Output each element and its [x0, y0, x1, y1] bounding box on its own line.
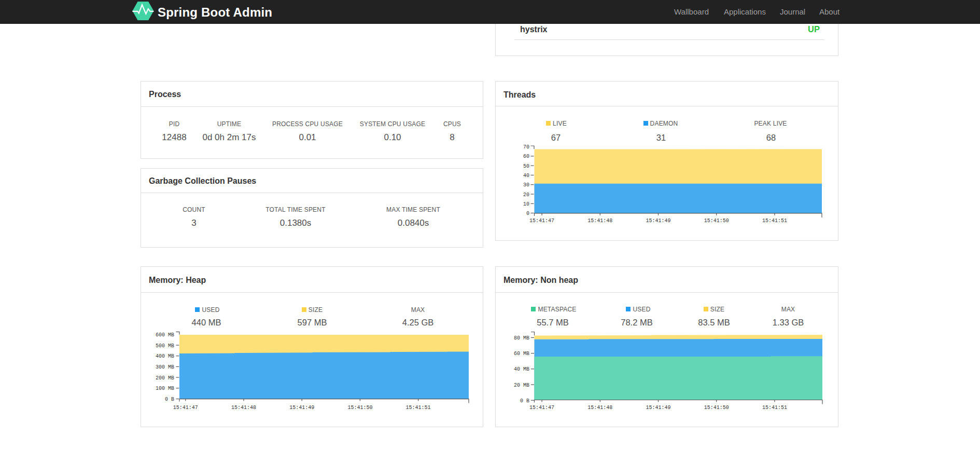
svg-text:15:41:51: 15:41:51: [762, 218, 787, 224]
svg-text:15:41:50: 15:41:50: [704, 405, 729, 411]
svg-text:100 MB: 100 MB: [156, 386, 174, 391]
svg-text:50: 50: [523, 164, 529, 169]
svg-text:0 B: 0 B: [165, 397, 174, 402]
svg-text:0 B: 0 B: [520, 398, 529, 404]
svg-text:400 MB: 400 MB: [156, 353, 174, 359]
svg-text:0: 0: [526, 211, 529, 216]
svg-text:15:41:51: 15:41:51: [406, 405, 431, 411]
svg-text:80 MB: 80 MB: [514, 335, 529, 341]
svg-text:15:41:47: 15:41:47: [529, 218, 554, 224]
svg-text:70: 70: [523, 144, 529, 150]
svg-text:30: 30: [523, 182, 529, 188]
svg-text:15:41:49: 15:41:49: [646, 218, 670, 224]
svg-text:15:41:51: 15:41:51: [762, 405, 787, 411]
svg-text:15:41:47: 15:41:47: [173, 405, 198, 411]
svg-text:600 MB: 600 MB: [156, 332, 174, 338]
svg-text:20 MB: 20 MB: [514, 383, 529, 388]
svg-text:10: 10: [523, 201, 529, 207]
svg-text:300 MB: 300 MB: [156, 364, 174, 370]
svg-text:15:41:50: 15:41:50: [347, 405, 372, 411]
svg-text:60 MB: 60 MB: [514, 351, 529, 357]
svg-text:15:41:48: 15:41:48: [231, 405, 256, 411]
svg-text:200 MB: 200 MB: [156, 375, 174, 381]
svg-text:15:41:48: 15:41:48: [587, 405, 612, 411]
svg-text:15:41:48: 15:41:48: [587, 218, 612, 224]
svg-text:15:41:47: 15:41:47: [529, 405, 554, 411]
svg-text:15:41:49: 15:41:49: [289, 405, 314, 411]
svg-text:20: 20: [523, 192, 529, 198]
svg-text:15:41:49: 15:41:49: [646, 405, 670, 411]
svg-text:40: 40: [523, 173, 529, 179]
svg-text:40 MB: 40 MB: [514, 366, 529, 372]
svg-text:15:41:50: 15:41:50: [704, 218, 729, 224]
svg-text:60: 60: [523, 154, 529, 159]
svg-text:500 MB: 500 MB: [156, 343, 174, 349]
